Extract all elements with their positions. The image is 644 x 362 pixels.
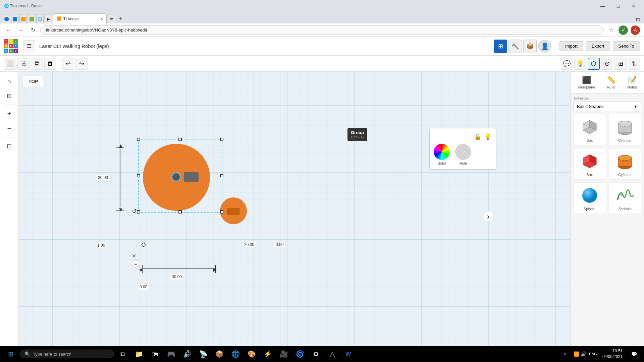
selection-handle-ml[interactable] <box>137 174 140 177</box>
align-icon-button[interactable]: ≡ <box>132 260 139 267</box>
small-circle-rect-slot[interactable] <box>227 208 239 215</box>
chrome-button[interactable]: 🌐 <box>228 347 243 361</box>
steam-button[interactable]: 🎮 <box>164 347 178 361</box>
view-mode-grid-button[interactable]: ⊞ <box>494 40 507 53</box>
minimize-button[interactable]: — <box>595 1 610 11</box>
redo-button[interactable]: ↪ <box>75 58 88 70</box>
address-input[interactable] <box>40 25 604 35</box>
delete-button[interactable]: 🗑 <box>44 58 56 70</box>
community-button[interactable]: 💬 <box>561 58 573 70</box>
shape-card-sphere[interactable]: Sphere <box>573 182 606 214</box>
export-button[interactable]: Export <box>586 41 610 51</box>
ruler-button[interactable]: 📏 Ruler <box>604 74 619 90</box>
zoom-in-button[interactable]: + <box>3 107 16 120</box>
selection-handle-mr[interactable] <box>220 174 223 177</box>
settings-button[interactable]: ⊙ <box>601 58 613 70</box>
minimize-window-button[interactable]: ⊡ <box>635 15 641 23</box>
browser-tab[interactable]: 🟩 <box>28 14 35 23</box>
menu-button[interactable]: ☰ <box>23 40 35 52</box>
system-tray-button[interactable]: ∧ <box>557 347 572 361</box>
undo-button[interactable]: ↩ <box>62 58 74 70</box>
hole-color-circle[interactable] <box>455 144 471 160</box>
anchor-point[interactable] <box>142 243 146 247</box>
shape-tool-button[interactable]: ⬡ <box>588 58 600 70</box>
taskbar-app-1[interactable]: 📡 <box>196 347 211 361</box>
view-mode-person-button[interactable]: 👤 <box>538 40 551 53</box>
browser-tab[interactable]: 🟦 <box>11 14 18 23</box>
lang-label: ENG <box>588 352 598 356</box>
align-button[interactable]: ⊞ <box>614 58 627 70</box>
workplane-button[interactable]: ⬛ Workplane <box>575 74 598 90</box>
close-selection-button[interactable]: ✕ <box>132 253 136 259</box>
start-button[interactable]: ⊞ <box>3 346 19 362</box>
lightbulb-button[interactable]: 💡 <box>574 58 586 70</box>
file-explorer-button[interactable]: 📁 <box>131 347 146 361</box>
browser-tab[interactable]: 🔵 <box>3 14 10 23</box>
app-button-10[interactable]: △ <box>325 347 339 361</box>
fit-view-button[interactable]: ⊞ <box>3 89 16 103</box>
circle-slot[interactable] <box>171 172 181 182</box>
zoom-button[interactable]: 🎥 <box>276 347 291 361</box>
box-red-3d-icon <box>580 151 600 171</box>
app-button-9[interactable]: ⚙ <box>309 347 323 361</box>
duplicate-button[interactable]: ⧉ <box>31 58 43 70</box>
back-button[interactable]: ← <box>4 25 13 35</box>
solid-label: Solid <box>438 161 446 165</box>
close-button[interactable]: ✕ <box>626 1 641 11</box>
extensions-button[interactable]: ✓ <box>619 25 628 35</box>
solid-color-circle[interactable] <box>434 144 450 160</box>
browser-tab[interactable]: ▶ <box>45 14 52 23</box>
word-button[interactable]: W <box>341 347 356 361</box>
task-view-button[interactable]: ⧉ <box>115 347 130 361</box>
new-shape-button[interactable]: ⬜ <box>4 58 16 70</box>
profile-button[interactable]: A <box>631 25 640 35</box>
browser-tab-active[interactable]: 🟧 Tinkercad × <box>53 13 107 23</box>
selection-handle-tm[interactable] <box>178 138 182 141</box>
view-mode-build-button[interactable]: 🔨 <box>508 40 522 53</box>
selection-handle-tr[interactable] <box>220 138 223 141</box>
notes-button[interactable]: 📝 Notes <box>625 74 640 90</box>
shapes-category-selector[interactable]: Basic Shapes ▼ <box>573 102 641 111</box>
shape-card-box-gray[interactable]: Box <box>573 114 606 145</box>
bookmark-button[interactable]: ☆ <box>606 25 616 35</box>
zoom-out-button[interactable]: − <box>3 122 16 135</box>
home-button[interactable]: ⌂ <box>3 74 16 88</box>
forward-button[interactable]: → <box>16 25 25 35</box>
flip-button[interactable]: ⇅ <box>628 58 640 70</box>
taskbar-app-2[interactable]: 📦 <box>212 347 227 361</box>
dim-tick-bottom <box>116 210 124 211</box>
lock-icon-button[interactable]: 🔒 <box>473 132 482 141</box>
rect-slot[interactable] <box>184 172 199 182</box>
hole-option[interactable]: Hole <box>455 144 471 165</box>
panel-toggle-button[interactable]: › <box>484 212 493 221</box>
selection-handle-tl[interactable] <box>137 138 140 141</box>
selection-handle-bl[interactable] <box>137 210 140 214</box>
view-mode-box-button[interactable]: 📦 <box>523 40 537 53</box>
browser-tab[interactable]: 🗺 <box>108 14 115 23</box>
copy-button[interactable]: ⎘ <box>17 58 30 70</box>
send-to-button[interactable]: Send To <box>613 41 640 51</box>
canvas-area[interactable]: TOP ↺ <box>19 72 570 361</box>
browser-tab[interactable]: 🌐 <box>36 14 44 23</box>
browser-tab[interactable]: 🟧 <box>19 14 27 23</box>
maximize-button[interactable]: □ <box>610 1 626 11</box>
taskbar-search[interactable]: 🔍 Type here to search <box>20 350 114 358</box>
lightbulb-icon-button[interactable]: 💡 <box>483 132 492 141</box>
arduino-button[interactable]: ⚡ <box>260 347 275 361</box>
shape-card-cylinder-orange[interactable]: Cylinder <box>609 148 642 180</box>
audio-button[interactable]: 🔊 <box>180 347 195 361</box>
store-button[interactable]: 🛍 <box>148 347 162 361</box>
layers-button[interactable]: ⊡ <box>3 139 16 153</box>
clock[interactable]: 10:51 04/06/2021 <box>600 348 625 360</box>
edge-button[interactable]: 🌀 <box>292 347 307 361</box>
new-tab-button[interactable]: + <box>116 14 125 23</box>
reload-button[interactable]: ↻ <box>28 25 38 35</box>
import-button[interactable]: Import <box>559 41 583 51</box>
shape-card-box-red[interactable]: Box <box>573 148 606 180</box>
shape-card-cylinder-gray[interactable]: Cylinder <box>609 114 642 145</box>
shape-card-scribble[interactable]: Scribble <box>609 182 642 214</box>
figma-button[interactable]: 🎨 <box>244 347 259 361</box>
rotate-handle[interactable]: ↺ <box>132 207 137 215</box>
solid-option[interactable]: Solid <box>434 144 450 165</box>
notifications-button[interactable]: 💬 <box>627 347 641 361</box>
